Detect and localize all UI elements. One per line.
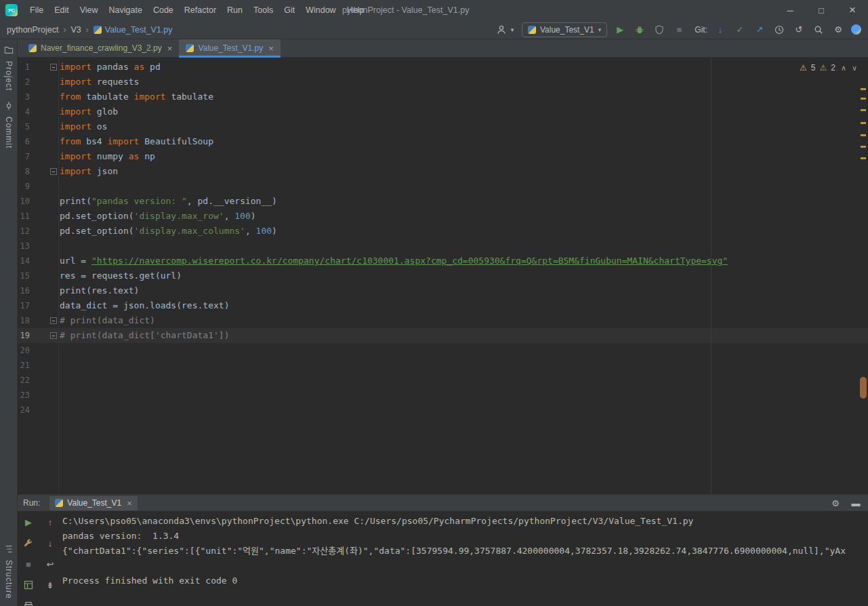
- line-number[interactable]: 15: [18, 268, 47, 283]
- warning-stripe-mark[interactable]: [861, 109, 866, 111]
- menu-file[interactable]: File: [24, 0, 49, 20]
- sidebar-item-structure[interactable]: Structure: [0, 538, 18, 603]
- close-icon[interactable]: ×: [268, 43, 274, 54]
- user-icon[interactable]: [495, 23, 508, 37]
- menu-navigate[interactable]: Navigate: [104, 0, 148, 20]
- menu-tools[interactable]: Tools: [248, 0, 278, 20]
- code-line[interactable]: 22: [18, 373, 868, 388]
- line-number[interactable]: 17: [18, 298, 47, 313]
- editor-tab[interactable]: Naver_finance_crawling_V3_2.py×: [22, 39, 179, 57]
- code-line[interactable]: 15res = requests.get(url): [18, 268, 868, 283]
- line-number[interactable]: 3: [18, 89, 47, 104]
- code-line[interactable]: 7import numpy as np: [18, 149, 868, 164]
- settings-gear-icon[interactable]: ⚙: [831, 23, 845, 37]
- close-window-button[interactable]: ×: [837, 0, 868, 20]
- code-line[interactable]: 21: [18, 358, 868, 373]
- next-problem-icon[interactable]: ∨: [852, 64, 857, 73]
- rerun-button[interactable]: ▶: [22, 515, 35, 529]
- line-number[interactable]: 23: [18, 388, 47, 403]
- code-line[interactable]: 16print(res.text): [18, 283, 868, 298]
- hide-panel-icon[interactable]: ▬: [849, 496, 863, 510]
- coverage-button[interactable]: [653, 23, 666, 37]
- line-number[interactable]: 12: [18, 224, 47, 239]
- code-line[interactable]: 14url = "https://navercomp.wisereport.co…: [18, 254, 868, 268]
- code-line[interactable]: 4import glob: [18, 104, 868, 119]
- close-icon[interactable]: ×: [167, 43, 173, 54]
- settings-gear-icon[interactable]: ⚙: [829, 496, 842, 510]
- inspection-widget[interactable]: ⚠ 5 ⚠ 2 ∧ ∨: [800, 63, 857, 73]
- warning-stripe-mark[interactable]: [861, 146, 866, 148]
- line-number[interactable]: 9: [18, 179, 47, 194]
- line-number[interactable]: 4: [18, 104, 47, 119]
- menu-window[interactable]: Window: [300, 0, 341, 20]
- breadcrumb-item[interactable]: Value_Test_V1.py: [105, 25, 173, 35]
- warning-stripe-mark[interactable]: [861, 88, 866, 90]
- code-line[interactable]: 18# print(data_dict): [18, 313, 868, 328]
- git-commit-icon[interactable]: ✓: [733, 23, 747, 37]
- code-line[interactable]: 19# print(data_dict['chartData1']): [18, 328, 868, 343]
- line-number[interactable]: 13: [18, 239, 47, 254]
- search-icon[interactable]: [812, 23, 825, 37]
- line-number[interactable]: 5: [18, 119, 47, 134]
- run-console-tab[interactable]: Value_Test_V1 ×: [49, 496, 137, 510]
- code-line[interactable]: 11pd.set_option('display.max_row', 100): [18, 209, 868, 224]
- code-line[interactable]: 13: [18, 239, 868, 254]
- line-number[interactable]: 2: [18, 75, 47, 89]
- maximize-button[interactable]: □: [806, 0, 837, 20]
- warning-stripe-mark[interactable]: [861, 122, 866, 124]
- code-line[interactable]: 9: [18, 179, 868, 194]
- warning-stripe-mark[interactable]: [861, 98, 866, 100]
- git-update-icon[interactable]: ↓: [714, 23, 727, 37]
- code-line[interactable]: 23: [18, 388, 868, 403]
- run-config-selector[interactable]: Value_Test_V1 ▾: [522, 22, 607, 37]
- warning-stripe-mark[interactable]: [861, 157, 866, 159]
- code-line[interactable]: 12pd.set_option('display.max_columns', 1…: [18, 224, 868, 239]
- menu-git[interactable]: Git: [278, 0, 300, 20]
- breadcrumb-item[interactable]: V3: [70, 25, 81, 35]
- sidebar-item-project[interactable]: Project: [0, 39, 17, 95]
- close-icon[interactable]: ×: [127, 498, 132, 508]
- up-stack-trace-icon[interactable]: ↑: [43, 515, 57, 529]
- line-number[interactable]: 1: [18, 60, 47, 75]
- menu-edit[interactable]: Edit: [49, 0, 75, 20]
- editor-tab[interactable]: Value_Test_V1.py×: [179, 39, 280, 57]
- line-number[interactable]: 7: [18, 149, 47, 164]
- restore-layout-icon[interactable]: [22, 578, 35, 592]
- soft-wrap-icon[interactable]: ↩: [43, 557, 57, 571]
- line-number[interactable]: 8: [18, 164, 47, 179]
- line-number[interactable]: 21: [18, 358, 47, 373]
- line-number[interactable]: 22: [18, 373, 47, 388]
- error-stripe[interactable]: [859, 58, 868, 494]
- code-line[interactable]: 8import json: [18, 164, 868, 179]
- warning-stripe-mark[interactable]: [861, 134, 866, 136]
- minimize-button[interactable]: ─: [774, 0, 806, 20]
- chevron-down-icon[interactable]: ▾: [509, 23, 516, 37]
- print-icon[interactable]: [22, 599, 35, 606]
- down-stack-trace-icon[interactable]: ↓: [43, 536, 57, 550]
- stop-button[interactable]: ■: [22, 557, 35, 571]
- code-line[interactable]: 5import os: [18, 119, 868, 134]
- scrollbar-thumb[interactable]: [860, 377, 867, 399]
- line-number[interactable]: 14: [18, 254, 47, 268]
- code-line[interactable]: 17data_dict = json.loads(res.text): [18, 298, 868, 313]
- line-number[interactable]: 16: [18, 283, 47, 298]
- menu-run[interactable]: Run: [222, 0, 248, 20]
- menu-code[interactable]: Code: [148, 0, 179, 20]
- line-number[interactable]: 6: [18, 134, 47, 149]
- breadcrumb-item[interactable]: pythonProject: [7, 25, 58, 35]
- wrench-icon[interactable]: [22, 536, 35, 550]
- history-icon[interactable]: [772, 23, 786, 37]
- code-line[interactable]: 1import pandas as pd: [18, 60, 868, 75]
- line-number[interactable]: 10: [18, 194, 47, 209]
- code-line[interactable]: 24: [18, 403, 868, 418]
- run-button[interactable]: ▶: [613, 23, 627, 37]
- code-line[interactable]: 2import requests: [18, 75, 868, 89]
- code-line[interactable]: 6from bs4 import BeautifulSoup: [18, 134, 868, 149]
- line-number[interactable]: 11: [18, 209, 47, 224]
- sidebar-item-commit[interactable]: Commit: [0, 95, 17, 153]
- stop-button[interactable]: ■: [672, 23, 686, 37]
- line-number[interactable]: 20: [18, 343, 47, 358]
- line-number[interactable]: 19: [18, 328, 47, 343]
- menu-refactor[interactable]: Refactor: [179, 0, 222, 20]
- undo-icon[interactable]: ↺: [792, 23, 806, 37]
